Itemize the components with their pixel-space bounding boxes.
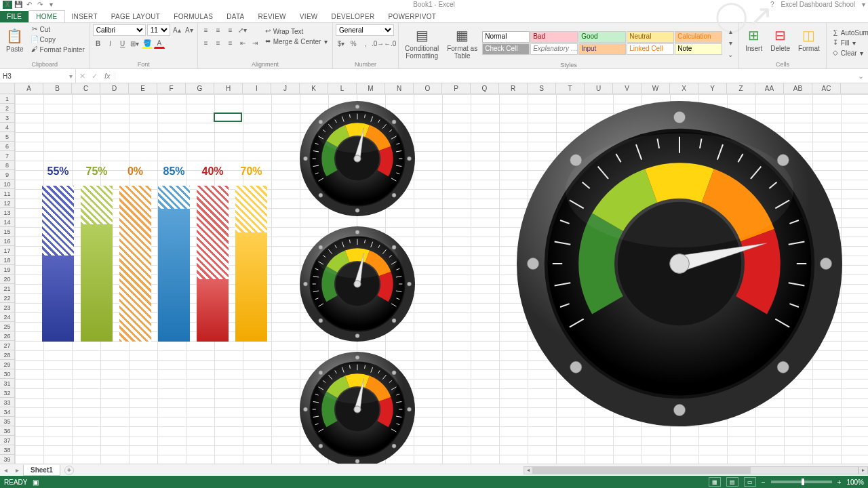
row-header[interactable]: 31 — [0, 379, 14, 388]
cell-styles-gallery[interactable]: NormalBadGoodNeutralCalculationCheck Cel… — [482, 31, 722, 55]
bold-button[interactable]: B — [93, 38, 104, 49]
insert-function-icon[interactable]: fx — [100, 72, 115, 80]
col-header[interactable]: S — [528, 83, 556, 94]
col-header[interactable]: G — [186, 83, 214, 94]
col-header[interactable]: K — [300, 83, 328, 94]
decrease-indent-icon[interactable]: ⇤ — [237, 37, 248, 48]
tab-developer[interactable]: DEVELOPER — [325, 11, 382, 22]
row-header[interactable]: 10 — [0, 180, 14, 189]
col-header[interactable]: A — [15, 83, 43, 94]
col-header[interactable]: Z — [727, 83, 755, 94]
row-header[interactable]: 4 — [0, 123, 14, 132]
macro-record-icon[interactable]: ▣ — [33, 479, 39, 486]
conditional-formatting-button[interactable]: ▤Conditional Formatting — [401, 24, 442, 61]
row-header[interactable]: 17 — [0, 246, 14, 256]
merge-center-button[interactable]: ⬌Merge & Center ▾ — [262, 37, 330, 46]
fill-button[interactable]: ↧Fill ▾ — [829, 38, 868, 47]
format-as-table-button[interactable]: ▦Format as Table — [443, 24, 481, 61]
row-header[interactable]: 5 — [0, 132, 14, 142]
col-header[interactable]: E — [129, 83, 157, 94]
sheet-nav-prev-icon[interactable]: ◂ — [0, 466, 12, 474]
fill-color-button[interactable]: 🪣 — [142, 38, 153, 49]
styles-scroll-up-icon[interactable]: ▴ — [725, 26, 736, 37]
copy-button[interactable]: 📄Copy — [28, 35, 87, 44]
row-header[interactable]: 8 — [0, 161, 14, 170]
align-right-icon[interactable]: ≡ — [225, 37, 236, 48]
cell-style-option[interactable]: Normal — [482, 31, 530, 43]
font-color-button[interactable]: A — [154, 38, 165, 49]
underline-button[interactable]: U — [117, 38, 128, 49]
tab-formulas[interactable]: FORMULAS — [167, 11, 220, 22]
accounting-format-icon[interactable]: $▾ — [336, 38, 347, 49]
name-box[interactable]: H3▾ — [0, 69, 76, 83]
wrap-text-button[interactable]: ↩Wrap Text — [262, 26, 330, 36]
column-headers[interactable]: ABCDEFGHIJKLMNOPQRSTUVWXYZAAABAC — [0, 83, 868, 94]
font-size-select[interactable]: 11 — [147, 24, 170, 36]
enter-formula-icon[interactable]: ✓ — [88, 72, 100, 81]
row-header[interactable]: 2 — [0, 104, 14, 113]
decrease-decimal-icon[interactable]: ←.0 — [384, 38, 395, 49]
col-header[interactable]: H — [214, 83, 243, 94]
cells-grid[interactable] — [15, 94, 868, 464]
row-header[interactable]: 18 — [0, 256, 14, 265]
cell-style-option[interactable]: Linked Cell — [627, 43, 674, 55]
comma-format-icon[interactable]: , — [360, 38, 371, 49]
zoom-in-icon[interactable]: + — [837, 479, 842, 486]
cell-style-option[interactable]: Bad — [530, 31, 578, 43]
paste-button[interactable]: 📋Paste — [3, 25, 27, 54]
col-header[interactable]: AB — [784, 83, 812, 94]
tab-page-layout[interactable]: PAGE LAYOUT — [104, 11, 167, 22]
cancel-formula-icon[interactable]: ✕ — [76, 72, 88, 81]
tab-view[interactable]: VIEW — [293, 11, 325, 22]
col-header[interactable]: AA — [755, 83, 784, 94]
sheet-tab-1[interactable]: Sheet1 — [23, 465, 60, 476]
increase-decimal-icon[interactable]: .0→ — [372, 38, 383, 49]
col-header[interactable]: F — [157, 83, 186, 94]
col-header[interactable]: P — [442, 83, 471, 94]
zoom-out-icon[interactable]: − — [762, 479, 766, 486]
add-sheet-button[interactable]: + — [64, 466, 74, 475]
clear-button[interactable]: ◇Clear ▾ — [829, 48, 868, 58]
cell-style-option[interactable]: Check Cell — [482, 43, 530, 55]
row-header[interactable]: 14 — [0, 218, 14, 227]
col-header[interactable]: R — [499, 83, 528, 94]
row-header[interactable]: 29 — [0, 360, 14, 369]
row-header[interactable]: 27 — [0, 341, 14, 350]
row-header[interactable]: 12 — [0, 199, 14, 208]
col-header[interactable]: U — [585, 83, 613, 94]
decrease-font-icon[interactable]: A▾ — [184, 25, 195, 36]
col-header[interactable]: M — [357, 83, 385, 94]
row-header[interactable]: 26 — [0, 331, 14, 341]
zoom-level[interactable]: 100% — [846, 479, 864, 486]
align-middle-icon[interactable]: ≡ — [213, 24, 224, 35]
cell-style-option[interactable]: Note — [675, 43, 722, 55]
select-all-corner[interactable] — [0, 83, 15, 94]
page-break-view-icon[interactable]: ▭ — [744, 477, 756, 487]
row-header[interactable]: 11 — [0, 189, 14, 199]
cell-style-option[interactable]: Explanatory … — [530, 43, 578, 55]
row-header[interactable]: 7 — [0, 151, 14, 161]
font-name-select[interactable]: Calibri — [93, 24, 146, 36]
autosum-button[interactable]: ∑AutoSum ▾ — [829, 28, 868, 37]
row-header[interactable]: 20 — [0, 274, 14, 284]
orientation-icon[interactable]: ⤢▾ — [237, 24, 248, 35]
row-headers[interactable]: 1234567891011121314151617181920212223242… — [0, 94, 15, 464]
styles-scroll-down-icon[interactable]: ▾ — [725, 37, 736, 48]
col-header[interactable]: L — [328, 83, 357, 94]
row-header[interactable]: 24 — [0, 312, 14, 322]
normal-view-icon[interactable]: ▦ — [709, 477, 721, 487]
format-painter-button[interactable]: 🖌Format Painter — [28, 45, 87, 54]
col-header[interactable]: Y — [698, 83, 727, 94]
col-header[interactable]: C — [72, 83, 100, 94]
cut-button[interactable]: ✂Cut — [28, 24, 87, 34]
tab-data[interactable]: DATA — [220, 11, 251, 22]
col-header[interactable]: T — [556, 83, 585, 94]
row-header[interactable]: 6 — [0, 142, 14, 151]
expand-formula-bar-icon[interactable]: ⌄ — [854, 72, 868, 81]
align-top-icon[interactable]: ≡ — [201, 24, 212, 35]
tab-review[interactable]: REVIEW — [252, 11, 293, 22]
row-header[interactable]: 1 — [0, 94, 14, 104]
row-header[interactable]: 37 — [0, 436, 14, 445]
col-header[interactable]: I — [243, 83, 271, 94]
row-header[interactable]: 35 — [0, 417, 14, 426]
